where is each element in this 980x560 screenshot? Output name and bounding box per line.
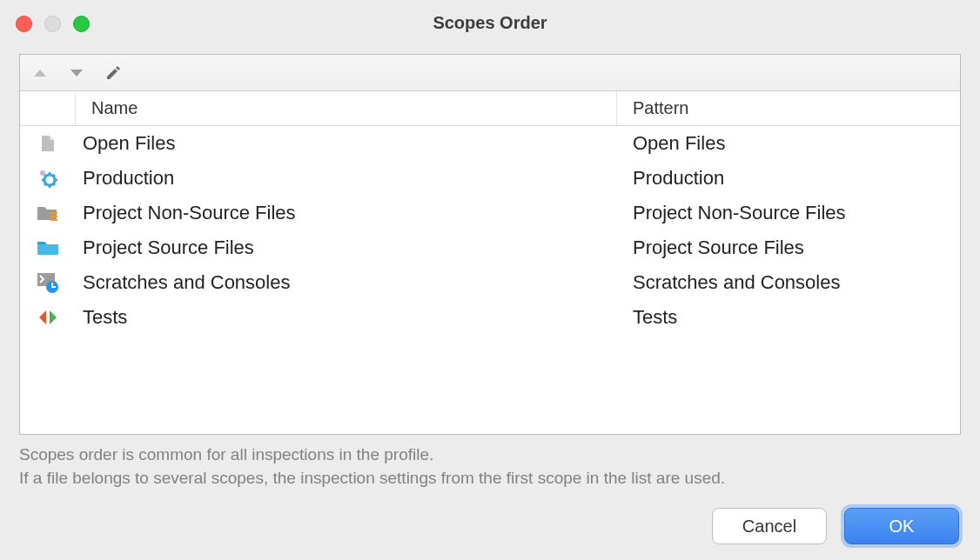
column-name-label: Name — [91, 98, 138, 118]
column-icon[interactable] — [20, 91, 76, 125]
row-icon-cell — [20, 133, 76, 154]
table-row[interactable]: Tests Tests — [20, 300, 960, 335]
folder-list-icon — [37, 203, 59, 223]
maximize-window-button[interactable] — [73, 16, 90, 32]
hint-line: If a file belongs to several scopes, the… — [19, 467, 961, 490]
row-name: Project Source Files — [76, 237, 617, 259]
pencil-icon — [104, 64, 122, 82]
close-window-button[interactable] — [16, 16, 32, 32]
file-icon — [37, 133, 58, 154]
svg-line-7 — [44, 183, 46, 185]
window-controls — [16, 16, 90, 32]
column-pattern-label: Pattern — [633, 98, 688, 118]
row-name: Tests — [76, 306, 617, 329]
ok-button[interactable]: OK — [844, 508, 959, 544]
arrow-up-icon — [32, 68, 48, 78]
content-area: Name Pattern Open Files Open Files — [0, 45, 980, 492]
svg-line-8 — [53, 175, 55, 177]
dialog-footer: Cancel OK — [0, 492, 980, 560]
row-name: Project Non-Source Files — [76, 202, 617, 224]
diff-icon — [37, 309, 58, 326]
arrow-down-icon — [69, 68, 84, 78]
folder-icon — [37, 238, 59, 257]
svg-line-6 — [53, 183, 55, 185]
move-down-button[interactable] — [62, 58, 91, 88]
row-icon-cell — [20, 168, 76, 189]
table-body: Open Files Open Files — [20, 126, 960, 434]
cancel-button[interactable]: Cancel — [712, 508, 827, 544]
dialog-title: Scopes Order — [433, 13, 547, 33]
row-pattern: Project Non-Source Files — [617, 202, 960, 224]
row-pattern: Scratches and Consoles — [617, 271, 960, 294]
table-row[interactable]: Open Files Open Files — [20, 126, 960, 161]
svg-line-5 — [44, 175, 46, 177]
row-icon-cell — [20, 238, 76, 257]
titlebar: Scopes Order — [0, 0, 980, 45]
row-name: Scratches and Consoles — [76, 271, 617, 294]
table-row[interactable]: Scratches and Consoles Scratches and Con… — [20, 265, 960, 300]
console-clock-icon — [37, 272, 59, 293]
minimize-window-button[interactable] — [44, 16, 61, 32]
scopes-order-dialog: Scopes Order — [0, 0, 980, 560]
table-row[interactable]: Production Production — [20, 161, 960, 196]
table-row[interactable]: Project Non-Source Files Project Non-Sou… — [20, 196, 960, 230]
row-icon-cell — [20, 309, 76, 326]
scopes-panel: Name Pattern Open Files Open Files — [19, 54, 961, 435]
svg-point-9 — [40, 170, 45, 176]
row-name: Open Files — [76, 132, 617, 155]
hint-line: Scopes order is common for all inspectio… — [19, 443, 961, 467]
row-pattern: Project Source Files — [617, 237, 960, 259]
row-pattern: Tests — [617, 306, 960, 329]
row-pattern: Production — [617, 167, 960, 190]
row-icon-cell — [20, 272, 76, 293]
column-pattern[interactable]: Pattern — [617, 91, 960, 125]
gear-icon — [37, 168, 58, 189]
row-name: Production — [76, 167, 617, 190]
row-icon-cell — [20, 203, 76, 223]
table-row[interactable]: Project Source Files Project Source File… — [20, 230, 960, 265]
hint-text: Scopes order is common for all inspectio… — [19, 443, 961, 490]
row-pattern: Open Files — [617, 132, 960, 155]
edit-button[interactable] — [98, 58, 128, 88]
column-name[interactable]: Name — [76, 91, 617, 125]
table-header: Name Pattern — [20, 91, 960, 126]
move-up-button[interactable] — [25, 58, 55, 88]
toolbar — [20, 55, 960, 91]
